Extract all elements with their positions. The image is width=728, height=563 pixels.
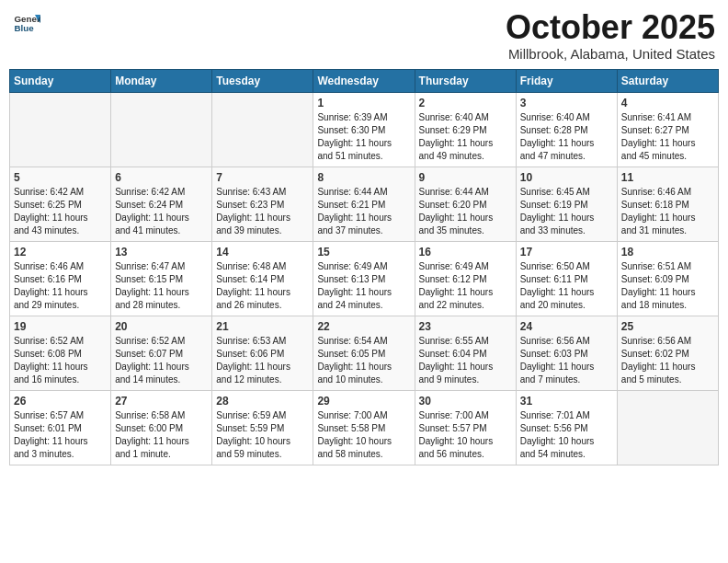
day-number: 10 [520, 171, 613, 184]
day-number: 21 [216, 320, 309, 333]
day-info: Sunrise: 6:55 AM Sunset: 6:04 PM Dayligh… [419, 335, 512, 386]
calendar-header-row: Sunday Monday Tuesday Wednesday Thursday… [10, 69, 719, 92]
table-row: 1Sunrise: 6:39 AM Sunset: 6:30 PM Daylig… [313, 92, 415, 167]
table-row: 15Sunrise: 6:49 AM Sunset: 6:13 PM Dayli… [313, 241, 415, 316]
logo-icon: General Blue [13, 9, 40, 37]
day-info: Sunrise: 6:54 AM Sunset: 6:05 PM Dayligh… [317, 335, 410, 386]
day-number: 29 [317, 395, 410, 408]
day-number: 9 [419, 171, 512, 184]
calendar-week-row: 12Sunrise: 6:46 AM Sunset: 6:16 PM Dayli… [10, 241, 719, 316]
table-row: 26Sunrise: 6:57 AM Sunset: 6:01 PM Dayli… [10, 390, 111, 465]
day-number: 13 [115, 246, 208, 259]
day-number: 5 [14, 171, 107, 184]
table-row: 3Sunrise: 6:40 AM Sunset: 6:28 PM Daylig… [516, 92, 617, 167]
table-row: 21Sunrise: 6:53 AM Sunset: 6:06 PM Dayli… [212, 316, 313, 390]
header-sunday: Sunday [10, 69, 111, 92]
day-info: Sunrise: 6:52 AM Sunset: 6:08 PM Dayligh… [14, 335, 107, 386]
table-row: 5Sunrise: 6:42 AM Sunset: 6:25 PM Daylig… [10, 167, 111, 241]
table-row: 19Sunrise: 6:52 AM Sunset: 6:08 PM Dayli… [10, 316, 111, 390]
day-info: Sunrise: 6:46 AM Sunset: 6:16 PM Dayligh… [14, 260, 107, 312]
table-row: 9Sunrise: 6:44 AM Sunset: 6:20 PM Daylig… [415, 167, 516, 241]
header-tuesday: Tuesday [212, 69, 313, 92]
day-number: 25 [621, 320, 714, 333]
day-number: 14 [216, 246, 309, 259]
day-info: Sunrise: 6:49 AM Sunset: 6:12 PM Dayligh… [419, 260, 512, 312]
table-row: 17Sunrise: 6:50 AM Sunset: 6:11 PM Dayli… [516, 241, 617, 316]
day-number: 22 [317, 320, 410, 333]
table-row: 7Sunrise: 6:43 AM Sunset: 6:23 PM Daylig… [212, 167, 313, 241]
day-number: 7 [216, 171, 309, 184]
calendar-week-row: 1Sunrise: 6:39 AM Sunset: 6:30 PM Daylig… [10, 92, 719, 167]
table-row: 12Sunrise: 6:46 AM Sunset: 6:16 PM Dayli… [10, 241, 111, 316]
day-number: 2 [419, 97, 512, 109]
day-number: 19 [14, 320, 107, 333]
header-saturday: Saturday [617, 69, 718, 92]
header-friday: Friday [516, 69, 617, 92]
table-row [111, 92, 212, 167]
day-info: Sunrise: 6:47 AM Sunset: 6:15 PM Dayligh… [115, 260, 208, 312]
day-number: 24 [520, 320, 613, 333]
table-row: 30Sunrise: 7:00 AM Sunset: 5:57 PM Dayli… [415, 390, 516, 465]
day-info: Sunrise: 6:41 AM Sunset: 6:27 PM Dayligh… [621, 111, 714, 163]
calendar-week-row: 5Sunrise: 6:42 AM Sunset: 6:25 PM Daylig… [10, 167, 719, 241]
table-row: 13Sunrise: 6:47 AM Sunset: 6:15 PM Dayli… [111, 241, 212, 316]
logo: General Blue [13, 9, 40, 37]
day-info: Sunrise: 6:45 AM Sunset: 6:19 PM Dayligh… [520, 186, 613, 237]
svg-text:Blue: Blue [15, 23, 35, 33]
day-number: 3 [520, 97, 613, 109]
table-row [617, 390, 718, 465]
table-row: 27Sunrise: 6:58 AM Sunset: 6:00 PM Dayli… [111, 390, 212, 465]
table-row: 2Sunrise: 6:40 AM Sunset: 6:29 PM Daylig… [415, 92, 516, 167]
table-row: 31Sunrise: 7:01 AM Sunset: 5:56 PM Dayli… [516, 390, 617, 465]
day-info: Sunrise: 6:56 AM Sunset: 6:03 PM Dayligh… [520, 335, 613, 386]
table-row: 14Sunrise: 6:48 AM Sunset: 6:14 PM Dayli… [212, 241, 313, 316]
day-info: Sunrise: 6:43 AM Sunset: 6:23 PM Dayligh… [216, 186, 309, 237]
day-number: 6 [115, 171, 208, 184]
day-info: Sunrise: 6:44 AM Sunset: 6:20 PM Dayligh… [419, 186, 512, 237]
header-thursday: Thursday [415, 69, 516, 92]
day-number: 27 [115, 395, 208, 408]
day-info: Sunrise: 6:44 AM Sunset: 6:21 PM Dayligh… [317, 186, 410, 237]
day-info: Sunrise: 6:46 AM Sunset: 6:18 PM Dayligh… [621, 186, 714, 237]
table-row: 10Sunrise: 6:45 AM Sunset: 6:19 PM Dayli… [516, 167, 617, 241]
table-row: 23Sunrise: 6:55 AM Sunset: 6:04 PM Dayli… [415, 316, 516, 390]
month-title: October 2025 [506, 9, 715, 46]
day-info: Sunrise: 6:57 AM Sunset: 6:01 PM Dayligh… [14, 409, 107, 461]
table-row: 29Sunrise: 7:00 AM Sunset: 5:58 PM Dayli… [313, 390, 415, 465]
table-row: 24Sunrise: 6:56 AM Sunset: 6:03 PM Dayli… [516, 316, 617, 390]
day-number: 12 [14, 246, 107, 259]
title-area: October 2025 Millbrook, Alabama, United … [506, 9, 715, 62]
day-info: Sunrise: 6:42 AM Sunset: 6:25 PM Dayligh… [14, 186, 107, 237]
table-row: 25Sunrise: 6:56 AM Sunset: 6:02 PM Dayli… [617, 316, 718, 390]
table-row [10, 92, 111, 167]
day-info: Sunrise: 6:39 AM Sunset: 6:30 PM Dayligh… [317, 111, 410, 163]
day-number: 26 [14, 395, 107, 408]
day-number: 8 [317, 171, 410, 184]
day-number: 16 [419, 246, 512, 259]
day-number: 17 [520, 246, 613, 259]
day-info: Sunrise: 6:58 AM Sunset: 6:00 PM Dayligh… [115, 409, 208, 461]
day-number: 31 [520, 395, 613, 408]
table-row: 28Sunrise: 6:59 AM Sunset: 5:59 PM Dayli… [212, 390, 313, 465]
day-info: Sunrise: 6:51 AM Sunset: 6:09 PM Dayligh… [621, 260, 714, 312]
calendar-week-row: 19Sunrise: 6:52 AM Sunset: 6:08 PM Dayli… [10, 316, 719, 390]
table-row: 16Sunrise: 6:49 AM Sunset: 6:12 PM Dayli… [415, 241, 516, 316]
table-row: 8Sunrise: 6:44 AM Sunset: 6:21 PM Daylig… [313, 167, 415, 241]
day-info: Sunrise: 7:01 AM Sunset: 5:56 PM Dayligh… [520, 409, 613, 461]
day-info: Sunrise: 7:00 AM Sunset: 5:58 PM Dayligh… [317, 409, 410, 461]
day-number: 23 [419, 320, 512, 333]
day-info: Sunrise: 6:42 AM Sunset: 6:24 PM Dayligh… [115, 186, 208, 237]
day-number: 15 [317, 246, 410, 259]
day-info: Sunrise: 6:50 AM Sunset: 6:11 PM Dayligh… [520, 260, 613, 312]
table-row: 20Sunrise: 6:52 AM Sunset: 6:07 PM Dayli… [111, 316, 212, 390]
day-info: Sunrise: 6:52 AM Sunset: 6:07 PM Dayligh… [115, 335, 208, 386]
day-number: 20 [115, 320, 208, 333]
day-info: Sunrise: 7:00 AM Sunset: 5:57 PM Dayligh… [419, 409, 512, 461]
header: General Blue October 2025 Millbrook, Ala… [9, 9, 719, 62]
day-info: Sunrise: 6:48 AM Sunset: 6:14 PM Dayligh… [216, 260, 309, 312]
day-number: 28 [216, 395, 309, 408]
table-row: 22Sunrise: 6:54 AM Sunset: 6:05 PM Dayli… [313, 316, 415, 390]
location-title: Millbrook, Alabama, United States [506, 46, 715, 62]
table-row: 6Sunrise: 6:42 AM Sunset: 6:24 PM Daylig… [111, 167, 212, 241]
table-row [212, 92, 313, 167]
